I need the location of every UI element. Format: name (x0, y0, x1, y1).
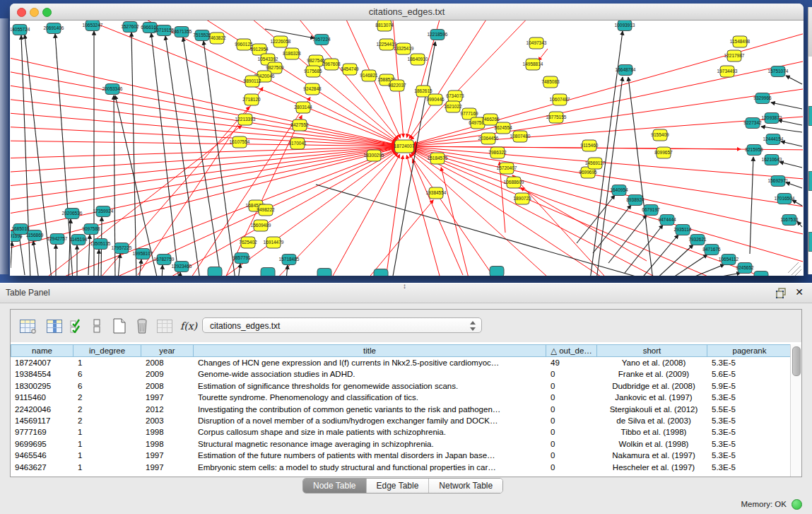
graph-node[interactable]: 9242848 (303, 83, 322, 95)
graph-node[interactable] (374, 269, 388, 276)
tab-edge-table[interactable]: Edge Table (366, 479, 429, 493)
graph-node[interactable]: 6734073 (446, 90, 464, 102)
graph-node[interactable]: 9890112 (244, 76, 261, 87)
graph-node[interactable]: 19734493 (717, 66, 738, 77)
graph-node[interactable]: 18724007 (394, 140, 415, 153)
graph-node[interactable]: 15609489 (251, 220, 271, 231)
graph-node[interactable]: 7932621 (688, 235, 707, 245)
graph-node[interactable]: 10654112 (719, 255, 739, 265)
graph-node[interactable]: 12942757 (47, 234, 68, 245)
graph-node[interactable]: 10497343 (526, 37, 547, 49)
table-row[interactable]: 946362711997Embryonic stem cells: a mode… (11, 462, 791, 473)
graph-node[interactable]: 12218596 (428, 30, 448, 40)
graph-node[interactable] (754, 271, 768, 276)
graph-node[interactable]: 8427552 (290, 119, 309, 131)
new-table-icon[interactable] (110, 316, 129, 336)
graph-node[interactable]: 9227342 (743, 118, 762, 129)
graph-node[interactable]: 20364456 (478, 133, 499, 144)
graph-node[interactable]: 16648784 (616, 65, 636, 76)
graph-node[interactable]: 4170041 (288, 138, 307, 149)
graph-node[interactable]: 15720407 (497, 163, 517, 174)
graph-node[interactable]: 19384554 (426, 187, 447, 199)
tab-network-table[interactable]: Network Table (428, 479, 502, 493)
graph-node[interactable]: 16914479 (264, 237, 284, 248)
table-scrollbar[interactable] (790, 344, 801, 477)
graph-node[interactable]: 10688609 (504, 177, 524, 188)
graph-node[interactable]: 1621022 (444, 101, 462, 112)
graph-node[interactable]: 20206536 (62, 209, 83, 219)
float-window-icon[interactable] (776, 288, 787, 298)
table-row[interactable]: 911546021997Tourette syndrome. Phenomeno… (11, 392, 791, 403)
graph-node[interactable]: 9990446 (426, 94, 445, 105)
graph-node[interactable]: 9097588 (82, 224, 100, 235)
graph-node[interactable]: 7463822 (208, 33, 226, 44)
graph-node[interactable]: 2718120 (242, 94, 261, 105)
graph-node[interactable]: 7625402 (239, 237, 257, 248)
graph-node[interactable]: 10653247 (83, 21, 103, 31)
graph-node[interactable]: 15184575 (428, 153, 448, 164)
show-columns-icon[interactable] (45, 316, 64, 336)
graph-node[interactable]: 1890723 (513, 193, 531, 204)
graph-node[interactable]: 9474444 (658, 215, 676, 226)
graph-node[interactable]: 15751074 (768, 66, 789, 77)
graph-node[interactable]: 2967608 (322, 59, 341, 70)
table-row[interactable]: 1456911722003Disruption of a novel membe… (11, 415, 791, 426)
graph-node[interactable]: 1640954 (610, 185, 628, 196)
select-all-rows-icon[interactable] (67, 316, 87, 336)
graph-node[interactable]: 14055724 (11, 25, 30, 35)
graph-node[interactable]: 3624554 (494, 122, 512, 134)
graph-node[interactable]: 8215958 (745, 145, 763, 156)
graph-node[interactable]: 1145194 (70, 235, 88, 245)
graph-node[interactable]: 11548498 (730, 36, 751, 47)
table-select-dropdown[interactable]: citations_edges.txt (202, 317, 482, 333)
graph-node[interactable]: 1527602 (121, 22, 139, 33)
graph-node[interactable]: 8813074 (375, 21, 394, 31)
graph-node[interactable]: 9115460 (581, 140, 599, 151)
graph-node[interactable] (490, 267, 504, 276)
graph-node[interactable]: 1156869 (26, 230, 44, 241)
table-row[interactable]: 1830029562008Estimation of significance … (11, 380, 791, 392)
column-header-short[interactable]: short (597, 344, 707, 357)
graph-node[interactable]: 9155409 (651, 129, 669, 141)
row-height-icon[interactable] (87, 316, 107, 336)
citation-network-graph[interactable]: 1405572420691406106532471527602696616010… (11, 21, 803, 276)
column-header-pagerank[interactable]: pagerank (707, 344, 791, 357)
graph-node[interactable]: 14958814 (523, 59, 543, 70)
graph-node[interactable]: 7485083 (541, 76, 560, 88)
graph-node[interactable]: 12213393 (235, 114, 256, 125)
graph-node[interactable]: 12444154 (763, 134, 784, 145)
graph-node[interactable]: 10607487 (550, 94, 570, 105)
delete-table-icon[interactable] (132, 316, 152, 336)
table-row[interactable]: 2242004622012Investigating the contribut… (11, 404, 791, 415)
column-header-in_degree[interactable]: in_degree (73, 344, 141, 357)
tab-node-table[interactable]: Node Table (303, 479, 366, 493)
graph-node[interactable]: 19958107 (133, 249, 153, 259)
graph-node[interactable]: 10807480 (510, 131, 531, 142)
graph-node[interactable]: 8454749 (341, 64, 359, 75)
graph-node[interactable]: 16210643 (762, 155, 782, 165)
table-options-icon[interactable] (18, 316, 37, 336)
graph-node[interactable]: 13325419 (394, 43, 414, 54)
graph-node[interactable]: 12226058 (271, 36, 291, 47)
graph-node[interactable]: 17359924 (93, 206, 114, 217)
column-header-out_de[interactable]: △ out_de… (546, 344, 597, 357)
graph-node[interactable]: 14671355 (172, 27, 192, 37)
graph-node[interactable]: 9822037 (388, 80, 406, 91)
graph-node[interactable]: 10093913 (615, 21, 635, 31)
graph-node[interactable]: 18640910 (408, 54, 428, 65)
graph-node[interactable]: 17016504 (775, 194, 795, 204)
graph-node[interactable]: 6679197 (642, 205, 660, 216)
table-row[interactable]: 1872400712008Changes of HCN gene express… (11, 357, 791, 368)
close-panel-icon[interactable]: ✕ (795, 286, 804, 298)
graph-node[interactable]: 18775155 (546, 112, 567, 123)
graph-node[interactable]: 7986322 (488, 147, 507, 158)
graph-node[interactable]: 8938924 (626, 195, 645, 206)
column-header-year[interactable]: year (141, 344, 194, 357)
background-window-edge[interactable] (808, 7, 812, 274)
graph-node[interactable]: 12093872 (762, 113, 782, 124)
graph-node[interactable]: 9245652 (736, 263, 754, 274)
graph-node[interactable]: 1167533 (781, 215, 799, 226)
graph-node[interactable]: 12923465 (172, 262, 192, 272)
graph-node[interactable]: 2935114 (674, 225, 692, 235)
graph-node[interactable]: 9175685 (304, 66, 322, 77)
